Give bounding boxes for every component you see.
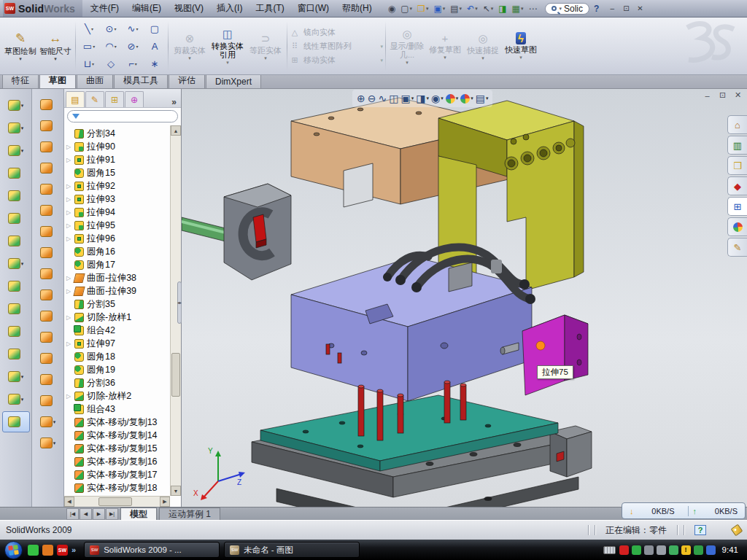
home-tab[interactable]: ⌂ xyxy=(727,115,747,134)
circle-icon[interactable]: ⊙ xyxy=(100,20,122,38)
repair-sketch-button[interactable]: + 修复草图 ▾ xyxy=(426,20,464,73)
chevron-down-icon[interactable]: ▾ xyxy=(226,60,229,66)
tree-item[interactable]: ▷ 拉伸90 xyxy=(64,140,170,153)
menu-item[interactable]: 编辑(E) xyxy=(125,0,168,17)
network-tool-icon[interactable] xyxy=(669,545,678,555)
move-entities-button[interactable]: ⊞ 移动实体 ▾ xyxy=(290,55,383,66)
volume-icon[interactable] xyxy=(657,545,666,555)
browser-icon[interactable] xyxy=(42,545,53,556)
chevron-down-icon[interactable]: ▾ xyxy=(54,56,57,62)
tree-item[interactable]: ▷ 拉伸94 xyxy=(64,206,170,219)
section-view-icon[interactable]: ◫ xyxy=(389,93,398,104)
network-speed-widget[interactable]: ↓ 0KB/S ↑ 0KB/S xyxy=(622,502,746,519)
expand-arrow-icon[interactable]: ▷ xyxy=(66,393,73,400)
search-input[interactable]: Solic xyxy=(564,4,583,14)
rebuild-traffic-light-icon[interactable]: ◨ xyxy=(496,3,508,15)
tree-item[interactable]: ▷ 拉伸92 xyxy=(64,179,170,192)
quick-launch-overflow-icon[interactable]: » xyxy=(71,545,76,554)
document-tab[interactable]: 运动算例 1 xyxy=(159,508,220,520)
system-optimizer-icon[interactable] xyxy=(644,545,654,555)
shell-icon[interactable]: ▾ xyxy=(2,208,30,229)
safety-shield-icon[interactable] xyxy=(632,545,641,555)
chevron-down-icon[interactable]: ▾ xyxy=(519,55,522,61)
knit-surface-icon[interactable]: ▾ xyxy=(34,370,62,389)
warning-icon[interactable]: ! xyxy=(681,545,691,555)
tree-item[interactable]: ▷ 实体-移动/复制17 xyxy=(64,468,170,481)
edit-appearance-icon[interactable]: ● xyxy=(446,94,459,104)
search-dropdown-icon[interactable]: ▾ xyxy=(559,6,562,12)
task-solidworks[interactable]: SW SolidWorks 2009 - ... xyxy=(84,542,220,558)
expand-arrow-icon[interactable]: ▷ xyxy=(66,157,73,163)
new-file-icon[interactable]: ▢ xyxy=(398,3,414,15)
swept-surface-icon[interactable]: ▾ xyxy=(34,137,62,157)
reference-point-icon[interactable]: ▾ xyxy=(34,412,62,432)
tree-item[interactable]: ▷ 组合42 xyxy=(64,324,170,337)
menu-item[interactable]: 插入(I) xyxy=(210,0,249,17)
rapid-sketch-button[interactable]: ϟ 快速草图 ▾ xyxy=(502,20,540,73)
chevron-down-icon[interactable]: ▾ xyxy=(19,56,22,62)
extruded-surface-icon[interactable]: ▾ xyxy=(34,95,62,114)
open-file-icon[interactable]: ❒ xyxy=(415,3,430,15)
tag-icon[interactable] xyxy=(731,524,743,537)
tree-item[interactable]: ▷ 拉伸97 xyxy=(64,337,170,350)
expand-arrow-icon[interactable]: ▷ xyxy=(66,209,73,216)
expand-arrow-icon[interactable]: ▷ xyxy=(66,275,73,281)
chevron-down-icon[interactable]: ▾ xyxy=(188,55,191,61)
chevron-down-icon[interactable]: ▾ xyxy=(380,44,383,50)
viewport-minimize-button[interactable]: – xyxy=(701,90,713,101)
tree-item[interactable]: ▷ 实体-移动/复制16 xyxy=(64,455,170,468)
ellipse-icon[interactable]: ⊘ xyxy=(122,38,144,55)
extruded-cut-icon[interactable]: ▾ xyxy=(2,117,30,139)
display-delete-relations-button[interactable]: ◎ 显示/删除几... ▾ xyxy=(388,20,426,73)
scrollbar-thumb[interactable] xyxy=(98,497,132,506)
tree-item[interactable]: ▷ 曲面-拉伸39 xyxy=(64,284,170,298)
apply-scene-icon[interactable]: ● xyxy=(460,94,473,104)
tree-horizontal-scrollbar[interactable]: ◀ ▶ xyxy=(64,496,170,507)
tree-item[interactable]: ▷ 分割34 xyxy=(64,127,170,140)
mirror-entities-button[interactable]: △ 镜向实体 ▾ xyxy=(290,27,383,38)
graphics-viewport[interactable]: ⊕⊖∿◫▣◨◉●●▤ –⊡✕ ⌂▥❒◆⊞●✎ 拉伸75 Y Z X xyxy=(182,89,747,507)
tree-item[interactable]: ▷ 圆角16 xyxy=(64,245,170,258)
view-orientation-icon[interactable]: ▣ xyxy=(400,93,414,104)
model-magenta-block[interactable] xyxy=(522,315,588,395)
tree-item[interactable]: ▷ 拉伸96 xyxy=(64,232,170,245)
tab-first-button[interactable]: |◀ xyxy=(66,508,79,520)
ime-keyboard-icon[interactable] xyxy=(603,546,616,554)
menu-item[interactable]: 窗口(W) xyxy=(291,0,336,17)
tree-item[interactable]: ▷ 拉伸91 xyxy=(64,153,170,166)
app-minimize-button[interactable]: – xyxy=(606,4,618,14)
tab-next-button[interactable]: ▶ xyxy=(93,508,105,520)
scroll-up-icon[interactable]: ▲ xyxy=(171,125,181,136)
checklist-icon[interactable]: ▦ xyxy=(510,3,526,15)
start-button[interactable] xyxy=(4,541,23,559)
undo-icon[interactable]: ↶ xyxy=(465,3,480,15)
scroll-right-icon[interactable]: ▶ xyxy=(160,497,170,507)
command-tab[interactable]: DimXpert xyxy=(206,74,261,88)
arc-icon[interactable]: ◠ xyxy=(100,38,122,55)
custom-properties-tab[interactable]: ✎ xyxy=(727,238,747,257)
tree-item[interactable]: ▷ 实体-移动/复制18 xyxy=(64,481,170,494)
sketch-text-icon[interactable]: A xyxy=(144,38,166,55)
pin-icon[interactable]: ◉ xyxy=(386,3,398,15)
tree-item[interactable]: ▷ 拉伸95 xyxy=(64,219,170,232)
spline-icon[interactable]: ▾ xyxy=(34,433,62,453)
instant3d-icon[interactable]: ▾ xyxy=(2,411,30,432)
thicken-icon[interactable]: ▾ xyxy=(34,391,62,411)
guard-icon[interactable] xyxy=(694,545,703,555)
view-settings-icon[interactable]: ▤ xyxy=(476,93,489,104)
zoom-fit-icon[interactable]: ⊕ xyxy=(357,93,365,104)
swept-boss-icon[interactable]: ▾ xyxy=(2,163,30,184)
tree-item[interactable]: ▷ 组合43 xyxy=(64,402,170,416)
tree-item[interactable]: ▷ 圆角15 xyxy=(64,166,170,179)
manager-overflow-button[interactable]: » xyxy=(167,97,181,107)
selection-box-icon[interactable]: ▢ xyxy=(144,20,166,38)
menu-item[interactable]: 工具(T) xyxy=(249,0,290,17)
select-arrow-icon[interactable]: ↖ xyxy=(481,3,496,15)
extend-surface-icon[interactable]: ▾ xyxy=(34,327,62,347)
appearances-tab[interactable]: ● xyxy=(727,217,747,236)
tree-item[interactable]: ▷ 实体-移动/复制15 xyxy=(64,442,170,455)
tab-prev-button[interactable]: ◀ xyxy=(80,508,92,520)
fillet-icon[interactable]: ▾ xyxy=(2,140,30,161)
design-library-tab[interactable]: ▥ xyxy=(727,136,747,155)
tree-item[interactable]: ▷ 圆角17 xyxy=(64,258,170,271)
